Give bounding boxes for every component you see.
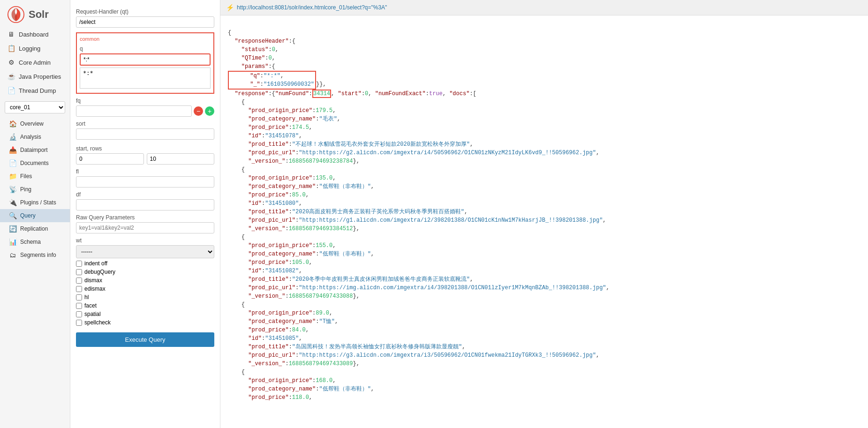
- nav-dashboard-label: Dashboard: [19, 31, 49, 38]
- url-bar: ⚡ http://localhost:8081/solr/index.htmlc…: [220, 0, 868, 15]
- nav-dashboard[interactable]: 🖥 Dashboard: [0, 27, 70, 41]
- sub-nav-schema[interactable]: 📊 Schema: [0, 235, 70, 248]
- edismax-row: edismax: [76, 285, 214, 292]
- replication-icon: 🔄: [8, 225, 17, 233]
- indent-off-label: indent off: [84, 260, 107, 267]
- results-panel: ⚡ http://localhost:8081/solr/index.htmlc…: [220, 0, 868, 428]
- start-input[interactable]: [76, 153, 144, 165]
- df-label: df: [76, 191, 214, 198]
- q-textarea[interactable]: *:*: [80, 68, 211, 89]
- core-selector[interactable]: core_01: [5, 101, 65, 113]
- nav-logging-label: Logging: [19, 45, 40, 52]
- debug-query-checkbox[interactable]: [76, 269, 82, 275]
- facet-checkbox[interactable]: [76, 303, 82, 309]
- nav-java-props[interactable]: ☕ Java Properties: [0, 69, 70, 83]
- fl-label: fl: [76, 168, 214, 175]
- fl-input[interactable]: [76, 176, 214, 188]
- q-label: q: [80, 45, 211, 52]
- url-display: http://localhost:8081/solr/index.htmlcor…: [237, 4, 387, 11]
- handler-label: Request-Handler (qt): [76, 8, 214, 15]
- common-section: common q *:*: [76, 32, 214, 94]
- logging-icon: 📋: [7, 45, 15, 52]
- nav-thread-dump[interactable]: 📄 Thread Dump: [0, 83, 70, 98]
- facet-label: facet: [84, 302, 97, 309]
- wt-select[interactable]: ------ json xml csv python ruby php java…: [76, 245, 214, 258]
- facet-row: facet: [76, 302, 214, 309]
- core-admin-icon: ⚙: [7, 59, 15, 66]
- sub-nav-documents[interactable]: 📄 Documents: [0, 157, 70, 170]
- spatial-label: spatial: [84, 311, 101, 317]
- thread-dump-icon: 📄: [7, 87, 15, 94]
- java-props-icon: ☕: [7, 73, 15, 80]
- sub-nav-files[interactable]: 📁 Files: [0, 170, 70, 183]
- nav-thread-dump-label: Thread Dump: [19, 87, 56, 94]
- sidebar: Solr 🖥 Dashboard 📋 Logging ⚙ Core Admin …: [0, 0, 70, 428]
- query-form: Request-Handler (qt) common q *:* fq − +…: [70, 0, 220, 428]
- fq-remove-button[interactable]: −: [194, 106, 203, 116]
- link-icon: ⚡: [226, 4, 234, 11]
- rows-input[interactable]: [147, 153, 215, 165]
- files-icon: 📁: [8, 173, 17, 180]
- debug-query-row: debugQuery: [76, 269, 214, 275]
- fq-row: − +: [76, 105, 214, 117]
- sort-label: sort: [76, 120, 214, 127]
- fq-input[interactable]: [76, 105, 192, 117]
- sub-nav-plugins[interactable]: 🔌 Plugins / Stats: [0, 196, 70, 209]
- nav-logging[interactable]: 📋 Logging: [0, 41, 70, 55]
- handler-input[interactable]: [76, 16, 214, 28]
- ping-icon: 📡: [8, 186, 17, 193]
- sub-nav-dataimport[interactable]: 📥 Dataimport: [0, 143, 70, 157]
- plugins-icon: 🔌: [8, 199, 17, 206]
- sub-nav-segments[interactable]: 🗂 Segments info: [0, 248, 70, 262]
- spellcheck-label: spellcheck: [84, 319, 111, 326]
- fq-label: fq: [76, 98, 214, 104]
- dismax-row: dismax: [76, 277, 214, 284]
- json-output[interactable]: { "responseHeader":{ "status":0, "QTime"…: [220, 15, 868, 428]
- edismax-checkbox[interactable]: [76, 286, 82, 292]
- documents-icon: 📄: [8, 159, 17, 167]
- nav-java-props-label: Java Properties: [19, 73, 61, 80]
- dismax-label: dismax: [84, 277, 102, 284]
- common-label: common: [80, 36, 211, 42]
- dataimport-icon: 📥: [8, 146, 17, 154]
- segments-icon: 🗂: [8, 251, 17, 259]
- nav-core-admin[interactable]: ⚙ Core Admin: [0, 55, 70, 69]
- start-rows-group: [76, 153, 214, 165]
- indent-off-checkbox[interactable]: [76, 261, 82, 267]
- edismax-label: edismax: [84, 285, 106, 292]
- spatial-checkbox[interactable]: [76, 311, 82, 317]
- execute-query-button[interactable]: Execute Query: [76, 332, 214, 347]
- q-input[interactable]: [80, 53, 211, 66]
- indent-off-row: indent off: [76, 260, 214, 267]
- solr-logo-icon: [7, 6, 25, 23]
- raw-params-input[interactable]: [76, 222, 214, 233]
- logo: Solr: [0, 0, 70, 27]
- schema-icon: 📊: [8, 238, 17, 246]
- logo-text: Solr: [29, 8, 49, 21]
- spellcheck-row: spellcheck: [76, 319, 214, 326]
- debug-query-label: debugQuery: [84, 269, 115, 275]
- analysis-icon: 🔬: [8, 133, 17, 141]
- overview-icon: 🏠: [8, 120, 17, 128]
- sub-nav-overview[interactable]: 🏠 Overview: [0, 117, 70, 130]
- nav-core-admin-label: Core Admin: [19, 59, 51, 66]
- spellcheck-checkbox[interactable]: [76, 320, 82, 326]
- hl-row: hl: [76, 294, 214, 300]
- raw-params-label: Raw Query Parameters: [76, 214, 214, 221]
- sort-input[interactable]: [76, 128, 214, 140]
- dashboard-icon: 🖥: [7, 30, 15, 38]
- wt-label: wt: [76, 237, 214, 244]
- start-rows-label: start, rows: [76, 145, 214, 152]
- hl-checkbox[interactable]: [76, 294, 82, 300]
- fq-add-button[interactable]: +: [205, 106, 214, 116]
- query-icon: 🔍: [8, 212, 17, 219]
- sub-nav-analysis[interactable]: 🔬 Analysis: [0, 130, 70, 143]
- spatial-row: spatial: [76, 311, 214, 317]
- sub-nav-replication[interactable]: 🔄 Replication: [0, 222, 70, 235]
- sub-nav-ping[interactable]: 📡 Ping: [0, 183, 70, 196]
- sub-nav-query[interactable]: 🔍 Query: [0, 209, 70, 222]
- df-input[interactable]: [76, 199, 214, 210]
- dismax-checkbox[interactable]: [76, 278, 82, 284]
- hl-label: hl: [84, 294, 89, 300]
